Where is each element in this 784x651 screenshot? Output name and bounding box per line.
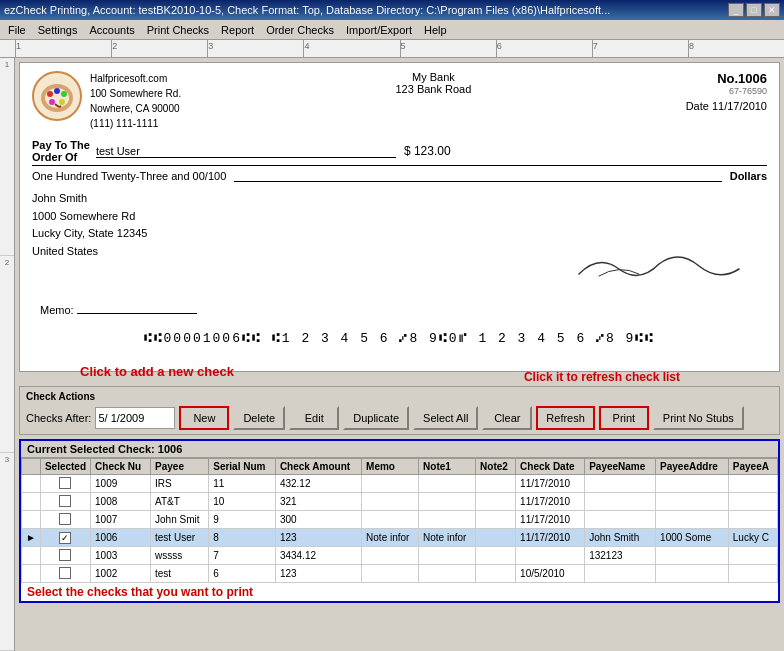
row-payee-name	[585, 565, 656, 583]
row-arrow-cell	[22, 511, 41, 529]
check-date: 11/17/2010	[712, 100, 767, 112]
row-payee-name	[585, 493, 656, 511]
refresh-button[interactable]: Refresh	[536, 406, 595, 430]
row-payee: IRS	[151, 475, 209, 493]
title-bar: ezCheck Printing, Account: testBK2010-10…	[0, 0, 784, 20]
row-payee-a	[728, 511, 777, 529]
col-selected: Selected	[40, 459, 90, 475]
row-arrow-cell: ►	[22, 529, 41, 547]
row-checkbox[interactable]	[59, 477, 71, 489]
col-payee: Payee	[151, 459, 209, 475]
row-payee-addr	[656, 511, 729, 529]
row-checkbox-cell[interactable]	[40, 511, 90, 529]
delete-button[interactable]: Delete	[233, 406, 285, 430]
row-serial: 6	[209, 565, 276, 583]
row-checkbox-cell[interactable]: ✓	[40, 529, 90, 547]
col-check-num: Check Nu	[91, 459, 151, 475]
col-memo: Memo	[362, 459, 419, 475]
palette-icon	[37, 76, 77, 116]
menu-file[interactable]: File	[2, 22, 32, 38]
row-payee-addr: 1000 Some	[656, 529, 729, 547]
row-checkbox[interactable]: ✓	[59, 532, 71, 544]
new-check-hint: Click to add a new check	[80, 364, 234, 379]
row-checkbox-cell[interactable]	[40, 565, 90, 583]
row-note1	[419, 511, 476, 529]
row-checkbox[interactable]	[59, 513, 71, 525]
row-checkbox-cell[interactable]	[40, 475, 90, 493]
bottom-hint: Select the checks that you want to print	[21, 583, 778, 601]
row-checkbox[interactable]	[59, 549, 71, 561]
clear-button[interactable]: Clear	[482, 406, 532, 430]
ruler-mark-3: 3	[207, 40, 303, 58]
close-button[interactable]: ✕	[764, 3, 780, 17]
check-pay-row: Pay To TheOrder Of test User $ 123.00	[32, 139, 767, 166]
row-checkbox-cell[interactable]	[40, 493, 90, 511]
table-row[interactable]: 1009 IRS 11 432.12 11/17/2010	[22, 475, 778, 493]
table-row[interactable]: 1003 wssss 7 3434.12 132123	[22, 547, 778, 565]
row-payee-a	[728, 475, 777, 493]
row-arrow-cell	[22, 475, 41, 493]
col-date: Check Date	[516, 459, 585, 475]
menu-order-checks[interactable]: Order Checks	[260, 22, 340, 38]
new-button[interactable]: New	[179, 406, 229, 430]
table-scroll[interactable]: Selected Check Nu Payee Serial Num Check…	[21, 458, 778, 583]
table-row[interactable]: 1008 AT&T 10 321 11/17/2010	[22, 493, 778, 511]
menu-print-checks[interactable]: Print Checks	[141, 22, 215, 38]
title-bar-buttons[interactable]: _ □ ✕	[728, 3, 780, 17]
menu-report[interactable]: Report	[215, 22, 260, 38]
check-amount: $ 123.00	[404, 144, 451, 158]
menu-import-export[interactable]: Import/Export	[340, 22, 418, 38]
row-check-num: 1009	[91, 475, 151, 493]
row-serial: 11	[209, 475, 276, 493]
row-check-num: 1002	[91, 565, 151, 583]
row-date: 10/5/2010	[516, 565, 585, 583]
menu-help[interactable]: Help	[418, 22, 453, 38]
print-button[interactable]: Print	[599, 406, 649, 430]
refresh-hint: Click it to refresh check list	[524, 370, 680, 384]
row-payee-addr	[656, 475, 729, 493]
row-date: 11/17/2010	[516, 493, 585, 511]
edit-button[interactable]: Edit	[289, 406, 339, 430]
row-note2	[476, 511, 516, 529]
maximize-button[interactable]: □	[746, 3, 762, 17]
check-actions: Check Actions Checks After: New Delete E…	[19, 386, 780, 435]
row-checkbox[interactable]	[59, 567, 71, 579]
menu-settings[interactable]: Settings	[32, 22, 84, 38]
actions-row: Checks After: New Delete Edit Duplicate …	[26, 406, 773, 430]
table-row[interactable]: 1002 test 6 123 10/5/2010	[22, 565, 778, 583]
table-row[interactable]: ► ✓ 1006 test User 8 123 Note infor Note…	[22, 529, 778, 547]
row-memo: Note infor	[362, 529, 419, 547]
ruler-mark-7: 7	[592, 40, 688, 58]
print-no-stubs-button[interactable]: Print No Stubs	[653, 406, 744, 430]
table-section: Current Selected Check: 1006 Selected Ch…	[19, 439, 780, 603]
bank-address: 123 Bank Road	[395, 83, 471, 95]
row-payee-name: 132123	[585, 547, 656, 565]
row-note1: Note infor	[419, 529, 476, 547]
select-all-button[interactable]: Select All	[413, 406, 478, 430]
menu-accounts[interactable]: Accounts	[83, 22, 140, 38]
check-header: Halfpricesoft.com 100 Somewhere Rd. Nowh…	[32, 71, 767, 131]
duplicate-button[interactable]: Duplicate	[343, 406, 409, 430]
col-payee-a: PayeeA	[728, 459, 777, 475]
check-logo-section: Halfpricesoft.com 100 Somewhere Rd. Nowh…	[32, 71, 181, 131]
minimize-button[interactable]: _	[728, 3, 744, 17]
row-amount: 300	[275, 511, 361, 529]
row-amount: 321	[275, 493, 361, 511]
row-checkbox[interactable]	[59, 495, 71, 507]
row-check-num: 1003	[91, 547, 151, 565]
table-row[interactable]: 1007 John Smit 9 300 11/17/2010	[22, 511, 778, 529]
row-date	[516, 547, 585, 565]
table-header-row: Selected Check Nu Payee Serial Num Check…	[22, 459, 778, 475]
row-arrow-cell	[22, 565, 41, 583]
row-serial: 8	[209, 529, 276, 547]
row-note1	[419, 475, 476, 493]
main-content: 1 2 3	[0, 58, 784, 651]
row-checkbox-cell[interactable]	[40, 547, 90, 565]
row-note2	[476, 475, 516, 493]
col-payee-addr: PayeeAddre	[656, 459, 729, 475]
check-words-row: One Hundred Twenty-Three and 00/100 Doll…	[32, 170, 767, 182]
row-payee-a	[728, 565, 777, 583]
row-payee-a: Lucky C	[728, 529, 777, 547]
checks-after-input[interactable]	[95, 407, 175, 429]
ruler-mark-8: 8	[688, 40, 784, 58]
